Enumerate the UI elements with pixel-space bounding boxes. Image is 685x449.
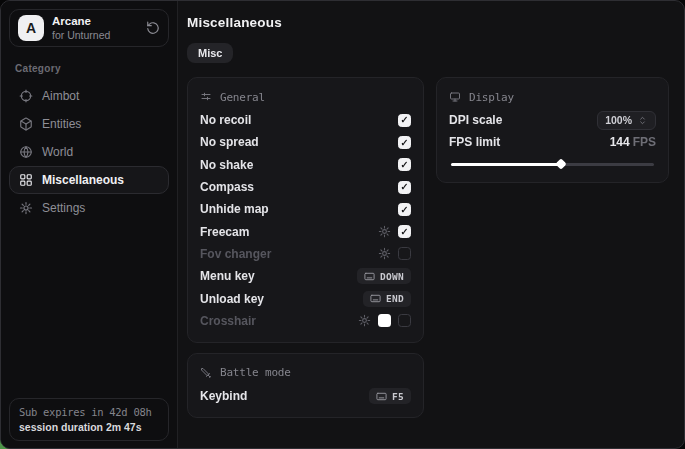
battle-mode-panel: Battle mode Keybind F5 [187,353,424,418]
sidebar-item-settings[interactable]: Settings [9,194,169,222]
fps-limit-slider[interactable] [451,163,654,166]
fps-limit-unit: FPS [633,135,656,149]
brand-name: Arcane [52,15,138,28]
sidebar: A Arcane for Unturned Category Aimbot [1,1,178,448]
brand-card: A Arcane for Unturned [9,9,169,47]
grid-icon [19,173,33,187]
dpi-scale-select[interactable]: 100% [597,111,656,130]
category-label: Category [15,63,169,74]
sidebar-item-label: Aimbot [42,89,79,103]
fps-limit-value-group: 144FPS [610,135,656,149]
menu-key-keybind-button[interactable]: DOWN [357,268,411,284]
fps-limit-value: 144 [610,135,630,149]
globe-icon [19,145,33,159]
display-panel: Display DPI scale 100% FPS limit [436,77,669,183]
sidebar-item-aimbot[interactable]: Aimbot [9,82,169,110]
no-recoil-checkbox[interactable] [398,114,411,127]
session-duration-text: session duration 2m 47s [19,421,159,433]
left-column: General No recoil No spread [187,77,424,418]
freecam-checkbox[interactable] [398,225,411,238]
keybind-label: DOWN [380,271,404,282]
gear-icon[interactable] [358,314,371,327]
tab-misc[interactable]: Misc [187,43,233,63]
setting-label: No spread [200,135,259,149]
sidebar-item-entities[interactable]: Entities [9,110,169,138]
monitor-icon [449,91,461,103]
brand-text: Arcane for Unturned [52,15,138,40]
compass-checkbox[interactable] [398,181,411,194]
sidebar-item-label: Entities [42,117,81,131]
sidebar-item-world[interactable]: World [9,138,169,166]
setting-row-freecam: Freecam [200,220,411,242]
crosshair-checkbox[interactable] [398,314,411,327]
battle-mode-panel-header: Battle mode [200,364,411,382]
setting-row-no-shake: No shake [200,154,411,176]
crosshair-color-swatch[interactable] [378,314,391,327]
setting-label: FPS limit [449,135,500,149]
setting-label: Crosshair [200,314,256,328]
setting-row-unload-key: Unload key END [200,287,411,309]
sidebar-nav: Aimbot Entities World Miscellaneous [9,82,169,222]
panel-title: Battle mode [220,366,291,379]
battle-keybind-button[interactable]: F5 [369,388,411,404]
keybind-label: END [386,293,404,304]
unload-key-keybind-button[interactable]: END [363,291,411,307]
setting-label: Compass [200,180,254,194]
main-content: Miscellaneous Misc General No recoil [178,1,684,448]
no-spread-checkbox[interactable] [398,136,411,149]
page-title: Miscellaneous [187,15,669,30]
gear-icon [19,201,33,215]
refresh-icon[interactable] [146,21,160,35]
sidebar-item-label: Settings [42,201,85,215]
slider-fill [451,163,561,166]
app-window: A Arcane for Unturned Category Aimbot [0,0,685,449]
dpi-scale-value: 100% [605,114,632,126]
setting-row-crosshair: Crosshair [200,310,411,332]
setting-label: Unload key [200,292,264,306]
panel-columns: General No recoil No spread [187,77,669,418]
general-panel-header: General [200,88,411,106]
setting-row-compass: Compass [200,176,411,198]
brand-subtitle: for Unturned [52,29,138,41]
sidebar-item-label: World [42,145,73,159]
sub-expiry-text: Sub expires in 42d 08h [19,406,159,418]
gear-icon[interactable] [378,225,391,238]
setting-row-fov-changer: Fov changer [200,243,411,265]
setting-label: No recoil [200,113,251,127]
app-logo: A [18,15,44,41]
setting-row-no-spread: No spread [200,131,411,153]
setting-label: No shake [200,158,253,172]
keybind-label: F5 [392,391,404,402]
unhide-map-checkbox[interactable] [398,203,411,216]
setting-row-dpi-scale: DPI scale 100% [449,109,656,131]
sliders-icon [200,91,212,103]
setting-label: DPI scale [449,113,502,127]
panel-title: Display [469,91,514,104]
keyboard-icon [376,391,387,402]
fov-changer-checkbox[interactable] [398,247,411,260]
package-icon [19,117,33,131]
setting-row-keybind: Keybind F5 [200,385,411,407]
right-column: Display DPI scale 100% FPS limit [436,77,669,183]
sidebar-item-miscellaneous[interactable]: Miscellaneous [9,166,169,194]
no-shake-checkbox[interactable] [398,158,411,171]
slider-thumb[interactable] [555,158,566,169]
chevrons-up-down-icon [637,115,648,126]
setting-row-no-recoil: No recoil [200,109,411,131]
swords-icon [200,367,212,379]
setting-row-fps-limit: FPS limit 144FPS [449,131,656,153]
setting-row-menu-key: Menu key DOWN [200,265,411,287]
sidebar-item-label: Miscellaneous [42,173,124,187]
display-panel-header: Display [449,88,656,106]
gear-icon[interactable] [378,247,391,260]
subscription-card: Sub expires in 42d 08h session duration … [9,398,169,441]
keyboard-icon [364,271,375,282]
setting-label: Fov changer [200,247,271,261]
keyboard-icon [370,293,381,304]
crosshair-icon [19,89,33,103]
panel-title: General [220,91,265,104]
setting-label: Menu key [200,269,255,283]
general-panel: General No recoil No spread [187,77,424,343]
setting-label: Freecam [200,225,249,239]
setting-label: Unhide map [200,202,269,216]
